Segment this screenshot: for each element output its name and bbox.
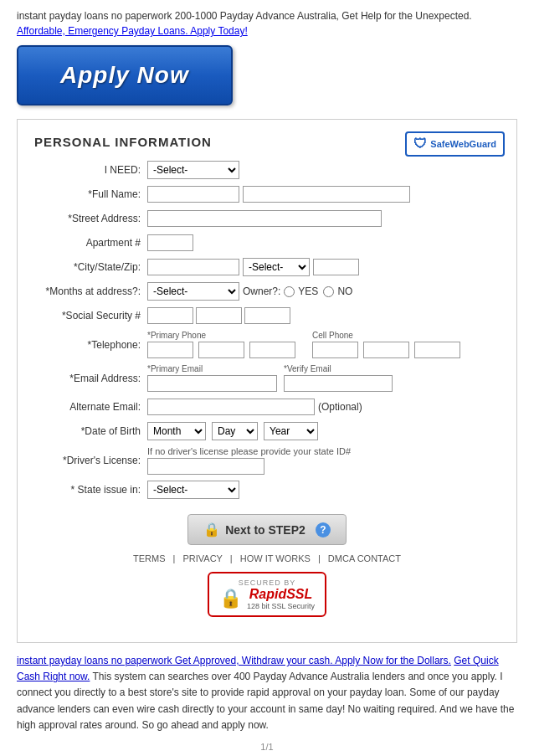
primary-email-input[interactable] [147,375,277,392]
secured-by-text: SECURED BY [219,579,315,587]
telephone-label: *Telephone: [34,339,147,351]
alternate-email-row: Alternate Email: (Optional) [34,398,500,416]
dob-row: *Date of Birth Month Day Year [34,422,500,440]
drivers-license-note: If no driver's license please provide yo… [147,446,351,456]
primary-phone-group [147,342,295,358]
drivers-license-input[interactable] [147,458,264,475]
dob-label: *Date of Birth [34,425,147,437]
primary-phone-middle-input[interactable] [198,342,244,358]
owner-no-radio[interactable] [323,286,334,297]
footer-links: TERMS | PRIVACY | HOW IT WORKS | DMCA CO… [34,553,500,563]
sep1: | [173,553,178,563]
owner-yes-radio[interactable] [284,286,295,297]
apply-now-container: Apply Now [17,45,517,105]
dob-year-select[interactable]: Year [264,422,318,440]
drivers-license-row: *Driver's License: If no driver's licens… [34,446,500,475]
months-select[interactable]: -Select- [147,282,239,301]
primary-phone-area-input[interactable] [147,342,193,358]
privacy-link[interactable]: PRIVACY [182,553,222,563]
how-it-works-link[interactable]: HOW IT WORKS [240,553,311,563]
ssl-brand: RapidSSL [247,587,315,602]
owner-no-label: NO [337,285,352,297]
question-icon[interactable]: ? [316,522,331,537]
street-address-input[interactable] [147,210,382,227]
next-btn-label: Next to STEP2 [225,523,306,537]
drivers-license-label: *Driver's License: [34,455,147,466]
i-need-label: I NEED: [34,164,147,176]
street-address-row: *Street Address: [34,209,500,228]
ssl-shield-icon: 🔒 [219,588,242,609]
full-name-last-input[interactable] [243,186,410,203]
social-security-label: *Social Security # [34,310,147,321]
sep2: | [230,553,235,563]
alternate-email-input[interactable] [147,399,315,415]
optional-label: (Optional) [318,401,362,413]
ssl-badge-container: SECURED BY 🔒 RapidSSL 128 bit SSL Securi… [34,572,500,617]
primary-email-sub-label: *Primary Email [147,364,203,373]
dmca-link[interactable]: DMCA CONTACT [328,553,401,563]
city-input[interactable] [147,259,239,275]
i-need-row: I NEED: -Select- [34,161,500,179]
full-name-row: *Full Name: [34,185,500,203]
state-select[interactable]: -Select- [243,258,310,276]
ssl-badge: SECURED BY 🔒 RapidSSL 128 bit SSL Securi… [208,572,326,617]
dob-day-select[interactable]: Day [212,422,258,440]
ssn-part1-input[interactable] [147,307,193,324]
city-state-zip-label: *City/State/Zip: [34,261,147,273]
full-name-label: *Full Name: [34,188,147,200]
full-name-first-input[interactable] [147,186,239,203]
owner-label: Owner?: [243,285,280,297]
next-btn-container: 🔒 Next to STEP2 ? [34,514,500,545]
bottom-text-section: instant payday loans no paperwork Get Ap… [17,653,517,733]
cell-phone-middle-input[interactable] [363,342,409,358]
top-text-line1: instant payday loans no paperwork 200-10… [17,10,472,22]
email-row: *Email Address: *Primary Email *Verify E… [34,364,500,392]
cell-phone-last-input[interactable] [414,342,460,358]
ssn-part3-input[interactable] [244,307,290,324]
cell-phone-sub-label: Cell Phone [312,331,353,340]
telephone-row: *Telephone: *Primary Phone Cell Phone [34,331,500,358]
email-label: *Email Address: [34,373,147,384]
dob-month-select[interactable]: Month [147,422,206,440]
top-link[interactable]: Affordable, Emergency Payday Loans. Appl… [17,25,248,37]
zip-input[interactable] [313,259,359,275]
next-step2-button[interactable]: 🔒 Next to STEP2 ? [187,514,347,545]
state-issue-row: * State issue in: -Select- [34,481,500,499]
apply-now-button[interactable]: Apply Now [17,45,233,105]
safe-web-guard-badge: 🛡 SafeWebGuard [405,131,505,157]
apartment-row: Apartment # [34,234,500,252]
months-owner-row: *Months at address?: -Select- Owner?: YE… [34,282,500,301]
verify-email-input[interactable] [284,375,393,392]
verify-email-sub-label: *Verify Email [284,364,331,373]
top-description: instant payday loans no paperwork 200-10… [17,8,517,39]
primary-phone-last-input[interactable] [249,342,295,358]
owner-yes-label: YES [298,285,318,297]
months-label: *Months at address?: [34,285,147,297]
street-address-label: *Street Address: [34,213,147,224]
shield-icon: 🛡 [413,136,427,152]
sep3: | [318,553,323,563]
state-issue-select[interactable]: -Select- [147,481,239,499]
terms-link[interactable]: TERMS [133,553,166,563]
cell-phone-area-input[interactable] [312,342,358,358]
i-need-select[interactable]: -Select- [147,161,239,179]
cell-phone-group [312,342,460,358]
primary-phone-sub-label: *Primary Phone [147,331,206,340]
alternate-email-label: Alternate Email: [34,401,147,413]
ssn-part2-input[interactable] [196,307,242,324]
apartment-label: Apartment # [34,237,147,249]
lock-icon: 🔒 [203,522,220,537]
state-issue-label: * State issue in: [34,484,147,496]
personal-info-section: PERSONAL INFORMATION 🛡 SafeWebGuard I NE… [17,119,517,643]
apartment-input[interactable] [147,234,193,251]
bottom-body-text: This system can searches over 400 Payday… [17,671,514,731]
safe-badge-text: SafeWebGuard [430,139,496,149]
bottom-link1[interactable]: instant payday loans no paperwork Get Ap… [17,655,451,666]
dob-inputs: Month Day Year [147,422,318,440]
page-number: 1/1 [17,742,517,752]
city-state-zip-row: *City/State/Zip: -Select- [34,258,500,276]
social-security-row: *Social Security # [34,306,500,325]
ssl-desc: 128 bit SSL Security [247,602,315,610]
